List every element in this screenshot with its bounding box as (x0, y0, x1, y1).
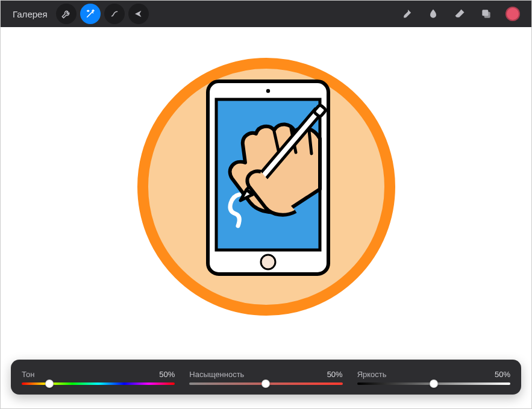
color-swatch-icon (505, 7, 520, 21)
saturation-slider-handle[interactable] (261, 379, 270, 388)
hue-slider-handle[interactable] (45, 379, 54, 388)
s-curve-icon (109, 8, 120, 19)
smudge-button[interactable] (422, 2, 445, 25)
hue-slider-group: Тон 50% (22, 370, 175, 385)
layers-button[interactable] (475, 2, 498, 25)
adjustments-panel: Тон 50% Насыщенность 50% Яркость 50% (11, 360, 521, 395)
svg-point-4 (266, 89, 269, 93)
canvas[interactable] (1, 27, 531, 346)
svg-point-6 (261, 255, 275, 269)
saturation-label: Насыщенность (189, 370, 244, 379)
selection-button[interactable] (104, 4, 125, 24)
smudge-icon (427, 8, 439, 20)
hue-value: 50% (159, 370, 175, 379)
toolbar-left-group: Галерея (8, 4, 149, 24)
hue-label: Тон (22, 370, 34, 379)
brush-icon (401, 8, 413, 20)
brightness-label: Яркость (357, 370, 387, 379)
brightness-slider-handle[interactable] (430, 379, 438, 388)
hue-slider[interactable] (22, 382, 175, 385)
gallery-button[interactable]: Галерея (8, 7, 52, 22)
transform-button[interactable] (128, 4, 149, 24)
eraser-icon (454, 8, 466, 20)
wand-icon (85, 8, 96, 19)
brightness-slider-group: Яркость 50% (357, 370, 510, 385)
wrench-icon (61, 8, 72, 19)
saturation-value: 50% (327, 370, 343, 379)
brightness-value: 50% (495, 370, 510, 379)
canvas-artwork (137, 57, 396, 316)
top-toolbar: Галерея (1, 1, 531, 27)
adjustments-bar: Тон 50% Насыщенность 50% Яркость 50% (11, 360, 521, 395)
adjustments-button[interactable] (80, 4, 101, 24)
brightness-slider[interactable] (357, 382, 510, 385)
saturation-slider-group: Насыщенность 50% (189, 370, 342, 385)
brush-button[interactable] (395, 2, 418, 25)
color-button[interactable] (501, 2, 524, 25)
actions-button[interactable] (56, 4, 77, 24)
eraser-button[interactable] (448, 2, 471, 25)
saturation-slider[interactable] (189, 382, 342, 385)
toolbar-right-group (395, 2, 524, 25)
layers-icon (480, 8, 492, 20)
arrow-icon (133, 8, 144, 19)
svg-rect-1 (484, 12, 490, 18)
